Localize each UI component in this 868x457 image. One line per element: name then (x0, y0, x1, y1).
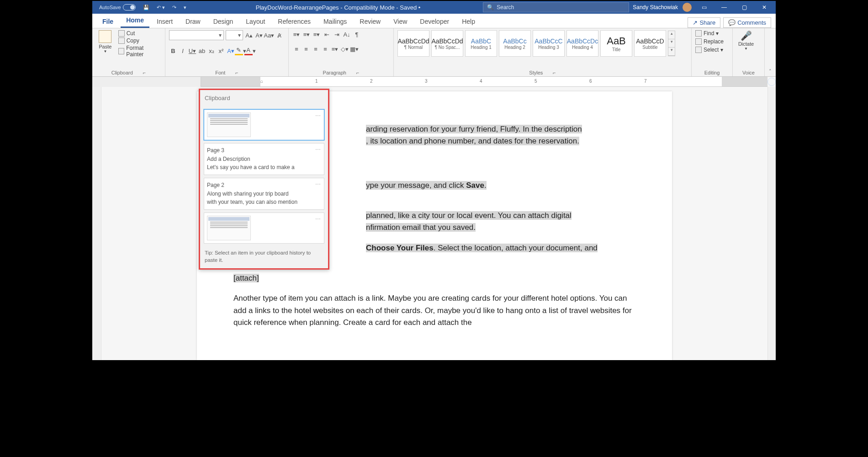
align-right-button[interactable]: ≡ (312, 45, 320, 53)
qat-more-icon[interactable]: ▾ (181, 3, 189, 12)
item-menu-icon[interactable]: ⋯ (315, 180, 321, 189)
vertical-ruler[interactable] (92, 87, 101, 360)
tab-review[interactable]: Review (354, 15, 386, 28)
chevron-up-icon[interactable]: ▴ (668, 31, 675, 39)
style-heading3[interactable]: AaBbCcCHeading 3 (533, 30, 565, 57)
redo-icon[interactable]: ↷ (170, 3, 179, 12)
tab-file[interactable]: File (97, 15, 119, 28)
clear-formatting-icon[interactable]: A̷ (275, 31, 283, 39)
feedback-icon[interactable] (767, 78, 776, 86)
underline-button[interactable]: U▾ (188, 47, 196, 55)
style-subtitle[interactable]: AaBbCcDSubtitle (634, 30, 666, 57)
tab-mailings[interactable]: Mailings (318, 15, 352, 28)
tab-design[interactable]: Design (208, 15, 239, 28)
ruler[interactable]: ⌂ 1 2 3 4 5 6 7 (92, 77, 776, 87)
paste-button[interactable]: Paste ▼ (96, 30, 115, 53)
ribbon-display-icon[interactable]: ▭ (696, 1, 712, 14)
maximize-icon[interactable]: ▢ (736, 1, 752, 14)
tab-help[interactable]: Help (456, 15, 481, 28)
chevron-down-icon[interactable]: ▾ (668, 39, 675, 48)
chevron-down-icon: ▼ (744, 47, 748, 51)
find-icon (695, 30, 702, 37)
group-label-clipboard: Clipboard (111, 70, 133, 75)
numbering-button[interactable]: ≡▾ (302, 30, 311, 38)
font-color-button[interactable]: A▾ (246, 47, 254, 55)
save-icon[interactable]: 💾 (141, 3, 152, 12)
superscript-button[interactable]: x² (217, 47, 225, 55)
document-page[interactable]: Clipboard ⋯ ⋯ Page 3 Add a Description L… (197, 91, 672, 360)
style-heading1[interactable]: AaBbCHeading 1 (465, 30, 497, 57)
find-button[interactable]: Find ▾ (695, 30, 724, 37)
font-name-input[interactable]: ▾ (169, 30, 224, 40)
dialog-launcher-icon[interactable]: ⌐ (553, 70, 556, 75)
copy-button[interactable]: Copy (118, 37, 161, 44)
italic-button[interactable]: I (179, 47, 187, 55)
highlight-button[interactable]: ✎▾ (236, 47, 244, 55)
search-input[interactable]: 🔍 Search (483, 2, 629, 12)
sort-button[interactable]: A↓ (343, 30, 351, 38)
dictate-button[interactable]: 🎤 Dictate ▼ (736, 30, 756, 51)
doc-text: [attach] (233, 272, 635, 284)
style-heading2[interactable]: AaBbCcHeading 2 (499, 30, 531, 57)
style-nospacing[interactable]: AaBbCcDd¶ No Spac... (431, 30, 463, 57)
shading-button[interactable]: ◇▾ (340, 45, 349, 53)
item-menu-icon[interactable]: ⋯ (315, 215, 321, 223)
change-case-icon[interactable]: Aa▾ (265, 31, 273, 39)
show-marks-button[interactable]: ¶ (353, 30, 361, 38)
dialog-launcher-icon[interactable]: ⌐ (143, 70, 146, 75)
item-menu-icon[interactable]: ⋯ (315, 112, 321, 120)
tab-insert[interactable]: Insert (151, 15, 178, 28)
line-spacing-button[interactable]: ≡▾ (331, 45, 339, 53)
replace-button[interactable]: Replace (695, 38, 724, 45)
tab-references[interactable]: References (272, 15, 316, 28)
select-button[interactable]: Select ▾ (695, 47, 724, 53)
dialog-launcher-icon[interactable]: ⌐ (356, 70, 359, 75)
format-painter-button[interactable]: Format Painter (118, 45, 161, 58)
style-heading4[interactable]: AaBbCcDcHeading 4 (566, 30, 598, 57)
clipboard-item-3[interactable]: ⋯ Page 2 Along with sharing your trip bo… (204, 178, 324, 210)
tab-layout[interactable]: Layout (240, 15, 270, 28)
clipboard-item-2[interactable]: ⋯ Page 3 Add a Description Let's say you… (204, 143, 324, 175)
minimize-icon[interactable]: — (716, 1, 732, 14)
justify-button[interactable]: ≡ (321, 45, 329, 53)
style-title[interactable]: AaBTitle (600, 30, 632, 57)
shrink-font-icon[interactable]: A▾ (255, 31, 263, 39)
undo-icon[interactable]: ↶ ▾ (154, 3, 167, 12)
style-normal[interactable]: AaBbCcDd¶ Normal (397, 30, 429, 57)
styles-gallery[interactable]: AaBbCcDd¶ Normal AaBbCcDd¶ No Spac... Aa… (397, 30, 675, 57)
avatar[interactable] (683, 3, 692, 12)
item-menu-icon[interactable]: ⋯ (315, 145, 321, 154)
share-button[interactable]: ↗Share (688, 17, 720, 28)
tab-developer[interactable]: Developer (414, 15, 455, 28)
borders-button[interactable]: ▦▾ (350, 45, 358, 53)
autosave-toggle[interactable]: AutoSave (97, 3, 138, 12)
clipboard-item-4[interactable]: ⋯ (204, 213, 324, 244)
doc-text: , its location and phone number, and dat… (366, 135, 635, 147)
scrollbar-vertical[interactable] (767, 87, 776, 360)
cut-button[interactable]: Cut (118, 30, 161, 37)
strikethrough-button[interactable]: ab (198, 47, 206, 55)
tab-view[interactable]: View (388, 15, 413, 28)
collapse-ribbon-icon[interactable]: ˄ (769, 69, 772, 74)
font-size-input[interactable]: ▾ (226, 30, 243, 40)
close-icon[interactable]: ✕ (757, 1, 772, 14)
tab-draw[interactable]: Draw (180, 15, 206, 28)
dialog-launcher-icon[interactable]: ⌐ (235, 70, 238, 75)
styles-more-icon[interactable]: ▾ (668, 48, 675, 56)
comments-button[interactable]: 💬Comments (723, 17, 771, 28)
decrease-indent-button[interactable]: ⇤ (323, 30, 331, 38)
styles-scroller[interactable]: ▴▾▾ (668, 31, 675, 56)
bold-button[interactable]: B (169, 47, 177, 55)
replace-icon (695, 38, 702, 45)
multilevel-button[interactable]: ≡▾ (312, 30, 321, 38)
align-left-button[interactable]: ≡ (292, 45, 301, 53)
clipboard-item-1[interactable]: ⋯ (204, 109, 324, 140)
subscript-button[interactable]: x₂ (207, 47, 216, 55)
align-center-button[interactable]: ≡ (302, 45, 310, 53)
text-effects-button[interactable]: A▾ (227, 47, 235, 55)
increase-indent-button[interactable]: ⇥ (333, 30, 341, 38)
bullets-button[interactable]: ≡▾ (292, 30, 301, 38)
user-name[interactable]: Sandy Stachowiak (633, 4, 678, 11)
grow-font-icon[interactable]: A▴ (245, 31, 253, 39)
tab-home[interactable]: Home (121, 14, 149, 28)
